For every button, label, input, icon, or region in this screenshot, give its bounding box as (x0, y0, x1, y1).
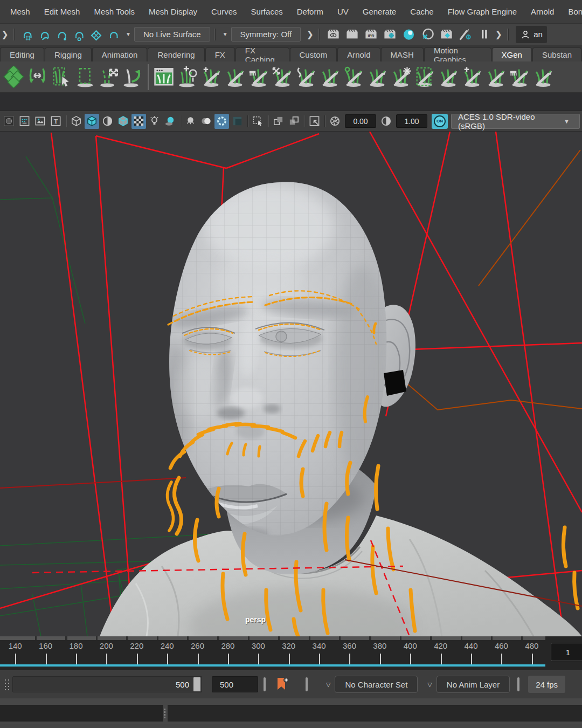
frame-tick[interactable]: 460 (486, 641, 516, 667)
gamma-field[interactable]: 1.00 (396, 114, 427, 128)
shelf-tool-icon[interactable] (223, 64, 247, 90)
shelf-tool-icon[interactable] (294, 64, 318, 90)
menu-item[interactable]: Generate (356, 7, 404, 16)
shelf-tool-icon[interactable] (121, 64, 149, 90)
shelf-tool-icon[interactable] (2, 64, 26, 90)
viewport-display-icon[interactable] (131, 114, 146, 129)
shelf-tab[interactable]: Arnold (337, 47, 380, 61)
divider-handle[interactable] (306, 677, 308, 691)
shelf-tool-icon[interactable] (508, 64, 531, 90)
render-icon[interactable] (475, 26, 494, 43)
menu-item[interactable]: Deform (290, 7, 330, 16)
fps-button[interactable]: 24 fps (528, 676, 565, 693)
frame-tick[interactable]: 280 (213, 641, 243, 667)
frame-tick[interactable]: 400 (395, 641, 425, 667)
exposure-field[interactable]: 0.00 (345, 114, 376, 128)
menu-item[interactable]: Bonus To (561, 7, 582, 16)
viewport-display-icon[interactable] (287, 114, 301, 129)
shelf-tool-icon[interactable] (389, 64, 413, 90)
section-arrow-icon[interactable]: ❯ (305, 28, 315, 41)
snap-icon[interactable] (19, 26, 36, 43)
render-icon[interactable] (456, 26, 475, 43)
end-time-field[interactable]: 500 (212, 676, 258, 692)
symmetry-field[interactable]: Symmetry: Off (231, 27, 301, 42)
viewport-display-icon[interactable] (69, 114, 84, 129)
gamma-icon[interactable] (379, 114, 393, 129)
divider-handle[interactable] (517, 677, 519, 691)
shelf-tool-icon[interactable] (365, 64, 389, 90)
menu-item[interactable]: Cache (403, 7, 440, 16)
user-account-button[interactable]: an (516, 26, 547, 43)
shelf-tab[interactable]: FX Caching (235, 47, 289, 61)
shelf-tool-icon[interactable] (484, 64, 508, 90)
frame-tick[interactable]: 480 (517, 641, 545, 667)
menu-item[interactable]: Mesh Tools (87, 7, 142, 16)
shelf-tool-icon[interactable] (436, 64, 460, 90)
frame-tick[interactable]: 160 (30, 641, 60, 667)
divider-handle[interactable] (264, 677, 266, 691)
shelf-tool-icon[interactable] (26, 64, 50, 90)
frame-tick[interactable]: 320 (274, 641, 304, 667)
mel-input-field[interactable] (0, 705, 163, 722)
menu-item[interactable]: Surfaces (244, 7, 290, 16)
drag-grip[interactable] (3, 677, 10, 691)
time-ruler[interactable]: 140 160 180 200 (0, 636, 545, 670)
section-arrow-icon[interactable]: ❯ (494, 28, 503, 41)
frame-tick[interactable]: 300 (243, 641, 273, 667)
viewport-display-icon[interactable] (33, 114, 47, 129)
menu-item[interactable]: Edit Mesh (37, 7, 87, 16)
character-set-caret-icon[interactable]: ▽ (322, 681, 335, 688)
viewport-display-icon[interactable] (163, 114, 177, 129)
range-slider[interactable]: 500 (12, 676, 202, 692)
viewport-display-icon[interactable] (147, 114, 162, 129)
shelf-tool-icon[interactable] (460, 64, 484, 90)
frame-tick[interactable]: 220 (122, 641, 152, 667)
viewport-display-icon[interactable] (271, 114, 286, 129)
shelf-tool-icon[interactable] (176, 64, 199, 90)
frame-tick[interactable]: 200 (91, 641, 121, 667)
snap-icon[interactable] (88, 26, 105, 43)
viewport-display-icon[interactable] (100, 114, 115, 129)
live-surface-field[interactable]: No Live Surface (134, 27, 210, 42)
anim-layer-caret-icon[interactable]: ▽ (423, 681, 436, 688)
snap-icon[interactable] (36, 26, 53, 43)
live-surface-caret-icon[interactable]: ▼ (122, 31, 134, 37)
shelf-tab[interactable]: Rendering (148, 47, 204, 61)
snap-icon[interactable] (71, 26, 88, 43)
viewport-display-icon[interactable] (17, 114, 32, 129)
shelf-tab[interactable]: Editing (0, 47, 44, 61)
shelf-tool-icon[interactable] (152, 64, 176, 90)
viewport-display-icon[interactable] (116, 114, 130, 129)
shelf-tab[interactable]: Animation (92, 47, 148, 61)
viewport-display-icon[interactable] (307, 114, 322, 129)
shelf-tool-icon[interactable] (531, 64, 555, 90)
viewport-display-icon[interactable] (2, 114, 16, 129)
frame-tick[interactable]: 360 (334, 641, 364, 667)
view-transform-dropdown[interactable]: ACES 1.0 SDR-video (sRGB) ▼ (451, 114, 580, 129)
render-icon[interactable] (380, 26, 399, 43)
viewport-display-icon[interactable] (48, 114, 63, 129)
frame-tick[interactable]: 420 (425, 641, 455, 667)
frame-tick[interactable]: 440 (456, 641, 486, 667)
shelf-tool-icon[interactable] (199, 64, 223, 90)
shelf-tool-icon[interactable] (413, 64, 436, 90)
shelf-tab[interactable]: Substan (532, 47, 581, 61)
shelf-tool-icon[interactable] (247, 64, 271, 90)
shelf-tab[interactable]: Rigging (45, 47, 92, 61)
shelf-tool-icon[interactable] (318, 64, 342, 90)
frame-tick[interactable]: 180 (61, 641, 91, 667)
render-icon[interactable] (362, 26, 380, 43)
frame-tick[interactable]: 260 (182, 641, 212, 667)
frame-tick[interactable]: 340 (304, 641, 334, 667)
render-icon[interactable] (324, 26, 343, 43)
symmetry-caret-icon[interactable]: ▼ (219, 31, 231, 37)
shelf-tab[interactable]: XGen (492, 47, 532, 61)
viewport-display-icon[interactable] (230, 114, 245, 129)
time-slider[interactable]: 140 160 180 200 (0, 636, 582, 670)
menu-item[interactable]: Arnold (524, 7, 561, 16)
frame-tick[interactable]: 380 (365, 641, 395, 667)
character-set-button[interactable]: No Character Set (335, 676, 418, 693)
shelf-tool-icon[interactable] (97, 64, 121, 90)
render-icon[interactable] (343, 26, 362, 43)
current-frame-field[interactable]: 1 (551, 643, 582, 661)
